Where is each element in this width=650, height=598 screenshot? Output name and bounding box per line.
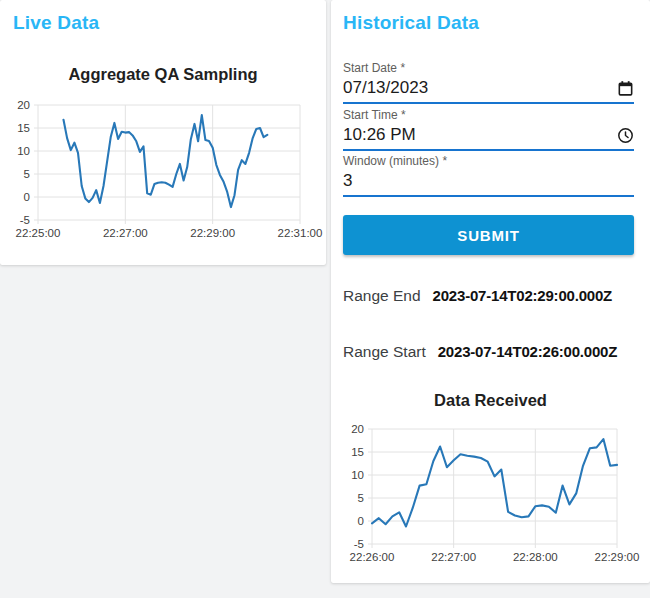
required-asterisk: * — [442, 154, 447, 168]
svg-text:20: 20 — [351, 423, 364, 435]
range-start-value: 2023-07-14T02:26:00.000Z — [438, 343, 618, 360]
range-end-label: Range End — [343, 287, 421, 305]
svg-text:0: 0 — [358, 515, 364, 527]
start-date-field: Start Date * 07/13/2023 — [343, 61, 634, 104]
svg-text:22:31:00: 22:31:00 — [278, 227, 323, 239]
svg-text:15: 15 — [351, 446, 364, 458]
svg-text:10: 10 — [17, 145, 30, 157]
data-received-chart-title: Data Received — [331, 385, 650, 417]
live-chart-title: Aggregate QA Sampling — [0, 60, 326, 90]
svg-text:0: 0 — [24, 191, 30, 203]
historical-data-panel: Historical Data Start Date * 07/13/2023 — [331, 0, 650, 583]
required-asterisk: * — [401, 108, 406, 122]
clock-icon[interactable] — [617, 127, 634, 144]
data-received-chart: Data Received 20151050-522:26:0022:27:00… — [331, 385, 650, 585]
svg-text:10: 10 — [351, 469, 364, 481]
calendar-icon[interactable] — [617, 80, 634, 97]
range-end-value: 2023-07-14T02:29:00.000Z — [433, 287, 613, 304]
svg-text:15: 15 — [17, 122, 30, 134]
svg-text:22:27:00: 22:27:00 — [103, 227, 148, 239]
svg-text:22:29:00: 22:29:00 — [190, 227, 235, 239]
range-start-label: Range Start — [343, 343, 426, 361]
historical-data-header: Historical Data — [343, 12, 479, 34]
range-start-row: Range Start 2023-07-14T02:26:00.000Z — [343, 343, 640, 361]
start-date-underline — [343, 102, 634, 104]
range-end-row: Range End 2023-07-14T02:29:00.000Z — [343, 287, 640, 305]
required-asterisk: * — [400, 61, 405, 75]
data-received-chart-plot: 20151050-522:26:0022:27:0022:28:0022:29:… — [331, 417, 650, 585]
svg-text:22:27:00: 22:27:00 — [431, 551, 476, 563]
svg-text:-5: -5 — [354, 538, 364, 550]
start-date-input[interactable]: 07/13/2023 — [343, 78, 428, 98]
start-date-label: Start Date * — [343, 61, 634, 76]
start-time-underline — [343, 149, 634, 151]
qa-dashboard: Live Data Aggregate QA Sampling 20151050… — [0, 0, 650, 598]
window-minutes-underline — [343, 195, 634, 197]
svg-text:22:25:00: 22:25:00 — [16, 227, 61, 239]
live-chart: Aggregate QA Sampling 20151050-522:25:00… — [0, 60, 326, 252]
svg-text:5: 5 — [358, 492, 364, 504]
submit-button[interactable]: SUBMIT — [343, 215, 634, 255]
svg-text:-5: -5 — [20, 214, 30, 226]
window-minutes-label: Window (minutes) * — [343, 154, 634, 169]
start-time-input[interactable]: 10:26 PM — [343, 125, 416, 145]
start-time-field: Start Time * 10:26 PM — [343, 108, 634, 151]
live-data-header: Live Data — [13, 12, 99, 34]
svg-text:20: 20 — [17, 99, 30, 111]
svg-text:22:28:00: 22:28:00 — [513, 551, 558, 563]
live-data-panel: Live Data Aggregate QA Sampling 20151050… — [0, 0, 326, 265]
svg-text:22:26:00: 22:26:00 — [350, 551, 395, 563]
live-chart-plot: 20151050-522:25:0022:27:0022:29:0022:31:… — [0, 90, 326, 252]
svg-text:22:29:00: 22:29:00 — [595, 551, 640, 563]
window-minutes-field: Window (minutes) * 3 — [343, 154, 634, 197]
svg-text:5: 5 — [24, 168, 30, 180]
window-minutes-input[interactable]: 3 — [343, 171, 352, 191]
start-time-label: Start Time * — [343, 108, 634, 123]
